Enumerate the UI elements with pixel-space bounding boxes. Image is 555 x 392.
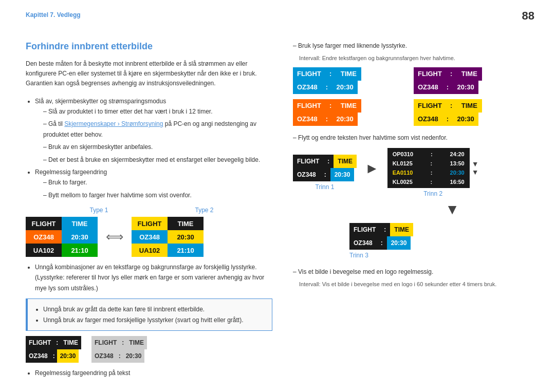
- t3-r2c1: OZ348: [349, 236, 377, 250]
- info-box-item-2: Unngå bruk av farger med forskjellige ly…: [43, 315, 265, 325]
- bottom-list-item: Regelmessig fargeendring på tekst: [35, 368, 272, 378]
- bb1-r2c1: OZ348: [26, 349, 51, 363]
- t3-r1c1: FLIGHT: [349, 223, 380, 236]
- bb2-r2c2: :: [117, 349, 123, 363]
- right-bottom-notes: Vis et bilde i bevegelse med en logo reg…: [293, 267, 529, 289]
- sub-item-2-2: Bytt mellom to farger hver halvtime som …: [43, 190, 272, 200]
- trinn2-scroll-board: OP0310 : 24:20 KL0125 : 13:50 EA0110 : 2…: [387, 148, 470, 188]
- fb1-r2c2: 20:30: [62, 230, 98, 244]
- info-box-list: Unngå bruk av grått da dette kan føre ti…: [35, 304, 265, 325]
- sub-item-1-1: Slå av produktet i to timer etter det ha…: [43, 106, 272, 117]
- sub-item-1-3: Bruk av en skjermbeskytter anbefales.: [43, 142, 272, 152]
- fb2-r1c2: TIME: [168, 217, 203, 230]
- sub-item-1-4: Det er best å bruke en skjermbeskytter m…: [43, 155, 272, 165]
- flight-board-2: FLIGHT TIME OZ348 20:30 UA102 21:10: [132, 217, 203, 257]
- cb-yellow-r1c3: TIME: [456, 99, 482, 113]
- link-skjerm[interactable]: Skjermegenskaper › Strømforsyning: [64, 120, 163, 127]
- cb-blue-r2c3: 20:30: [332, 81, 358, 94]
- bb2-r1c3: TIME: [126, 336, 147, 349]
- fb2-r2c2: 20:30: [168, 230, 203, 244]
- chapter-label: Kapittel 7. Vedlegg: [26, 11, 81, 18]
- fb1-r1c1: FLIGHT: [26, 217, 62, 230]
- type2-label: Type 2: [195, 207, 213, 214]
- list-item-1: Slå av, skjermbeskytter og strømsparings…: [35, 96, 272, 165]
- fb2-r3c1: UA102: [132, 244, 168, 257]
- cb-purple-r2c2: :: [442, 81, 453, 94]
- right-note-3-sub: Intervall: Vis et bilde i bevegelse med …: [299, 280, 529, 289]
- page-number: 88: [522, 9, 534, 23]
- trinn-right-arrow-icon: ►: [365, 160, 379, 177]
- t1-r2c1: OZ348: [293, 168, 320, 181]
- bad-board-2: FLIGHT : TIME OZ348 : 20:30: [91, 336, 147, 363]
- bad-board-1: FLIGHT : TIME OZ348 : 20:30: [26, 336, 81, 363]
- right-note-1-sub: Intervall: Endre tekstfargen og bakgrunn…: [299, 54, 529, 63]
- bb2-r2c3: 20:30: [123, 349, 145, 363]
- cb-blue-r1c3: TIME: [336, 67, 361, 81]
- trinn2-content: OP0310 : 24:20 KL0125 : 13:50 EA0110 : 2…: [387, 148, 479, 188]
- trinn3-label: Trinn 3: [349, 252, 368, 259]
- left-column: Forhindre innbrent etterbilde Den beste …: [26, 41, 272, 380]
- cb-orange-r1c1: FLIGHT: [293, 99, 325, 113]
- right-note-1: Bruk lyse farger med liknende lysstyrke.: [293, 41, 529, 51]
- fb2-r1c1: FLIGHT: [132, 217, 168, 230]
- trinn2-label: Trinn 2: [423, 190, 442, 197]
- color-board-purple: FLIGHT : TIME OZ348 : 20:30: [414, 67, 529, 94]
- trinn1-board: FLIGHT : TIME OZ348 : 20:30: [293, 155, 357, 181]
- bb2-r1c2: :: [120, 336, 126, 349]
- color-board-blue: FLIGHT : TIME OZ348 : 20:30: [293, 67, 409, 94]
- cb-blue-r1c2: :: [325, 67, 336, 81]
- cb-orange-r2c2: :: [322, 113, 332, 126]
- bad-examples: FLIGHT : TIME OZ348 : 20:30 FLIGHT :: [26, 336, 272, 363]
- main-list: Slå av, skjermbeskytter og strømsparings…: [26, 96, 272, 201]
- color-examples-grid: FLIGHT : TIME OZ348 : 20:30 FLIGHT :: [293, 67, 529, 126]
- trinn-down-arrow-icon: ▼: [375, 201, 529, 218]
- t3-r2c2: :: [377, 236, 387, 250]
- cb-yellow-r1c2: :: [446, 99, 456, 113]
- flight-boards-comparison: FLIGHT TIME OZ348 20:30 UA102 21:10 ⟺: [26, 217, 272, 257]
- bb1-r2c2: :: [51, 349, 57, 363]
- type-labels: Type 1 Type 2: [26, 207, 272, 214]
- cb-yellow-r1c1: FLIGHT: [414, 99, 446, 113]
- t1-r1c3: TIME: [334, 155, 357, 168]
- intro-text: Den beste måten for å beskytte mot innbr…: [26, 59, 272, 89]
- page: 88 Kapittel 7. Vedlegg Forhindre innbren…: [0, 0, 555, 392]
- right-note-2: Flytt og endre teksten hver halvtime som…: [293, 133, 529, 143]
- right-note-3: Vis et bilde i bevegelse med en logo reg…: [293, 267, 529, 277]
- trinn1-block: FLIGHT : TIME OZ348 : 20:30 Trinn 1: [293, 155, 357, 191]
- right-column: Bruk lyse farger med liknende lysstyrke.…: [293, 41, 529, 380]
- cb-blue-r1c1: FLIGHT: [293, 67, 325, 81]
- trinn3-board: FLIGHT : TIME OZ348 : 20:30: [349, 223, 413, 250]
- trinn2-block: OP0310 : 24:20 KL0125 : 13:50 EA0110 : 2…: [387, 148, 479, 197]
- cb-yellow-r2c2: :: [442, 113, 453, 126]
- bb1-r1c3: TIME: [60, 336, 81, 349]
- sub-item-1-2: Gå til Skjermegenskaper › Strømforsyning…: [43, 119, 272, 140]
- section-title: Forhindre innbrent etterbilde: [26, 41, 272, 52]
- cb-orange-r1c3: TIME: [336, 99, 361, 113]
- info-box-item-1: Unngå bruk av grått da dette kan føre ti…: [43, 304, 265, 314]
- scroll-row-4: KL0025 : 16:50: [390, 178, 468, 186]
- swap-arrow-icon: ⟺: [106, 230, 123, 244]
- cb-orange-r2c1: OZ348: [293, 113, 322, 126]
- fb1-r3c1: UA102: [26, 244, 62, 257]
- trinn-row-1-2: FLIGHT : TIME OZ348 : 20:30 Trinn 1: [293, 148, 529, 197]
- cb-purple-r2c3: 20:30: [453, 81, 478, 94]
- scroll-row-2: KL0125 : 13:50: [390, 159, 468, 167]
- info-box: Unngå bruk av grått da dette kan føre ti…: [26, 298, 272, 331]
- cb-purple-r1c3: TIME: [456, 67, 482, 81]
- color-board-orange: FLIGHT : TIME OZ348 : 20:30: [293, 99, 409, 126]
- t3-r1c3: TIME: [390, 223, 413, 236]
- flight-board-1: FLIGHT TIME OZ348 20:30 UA102 21:10: [26, 217, 98, 257]
- t3-r2c3: 20:30: [387, 236, 411, 250]
- t1-r2c3: 20:30: [330, 168, 355, 181]
- sub-item-2-1: Bruk to farger.: [43, 177, 272, 188]
- cb-yellow-r2c1: OZ348: [414, 113, 442, 126]
- sub-list-2: Bruk to farger. Bytt mellom to farger hv…: [35, 177, 272, 200]
- t3-r1c2: :: [380, 223, 390, 236]
- fb2-r2c1: OZ348: [132, 230, 168, 244]
- fb2-r3c2: 21:10: [168, 244, 203, 257]
- bb1-r1c2: :: [54, 336, 60, 349]
- cb-orange-r2c3: 20:30: [332, 113, 358, 126]
- down-arrow-1-icon: ▼: [472, 160, 479, 167]
- fb1-r2c1: OZ348: [26, 230, 62, 244]
- cb-orange-r1c2: :: [325, 99, 336, 113]
